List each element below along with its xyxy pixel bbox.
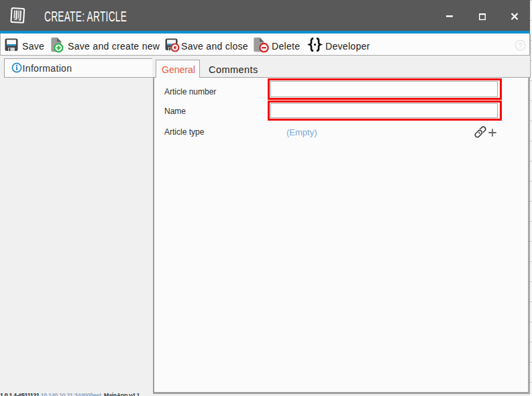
svg-text:?: ? — [518, 42, 522, 50]
